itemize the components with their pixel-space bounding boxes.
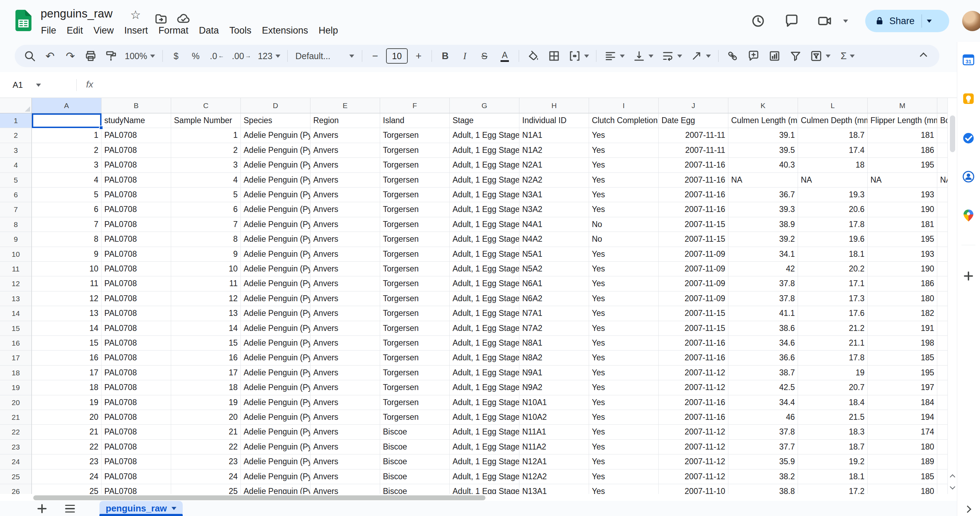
cell-H5[interactable]: N2A2 bbox=[519, 173, 589, 187]
cell-F22[interactable]: Biscoe bbox=[380, 425, 450, 440]
cell-D25[interactable]: Adelie Penguin (Pygoscelis adeliae) bbox=[241, 470, 310, 484]
cell-D14[interactable]: Adelie Penguin (Pygoscelis adeliae) bbox=[241, 306, 310, 321]
cell-A4[interactable]: 3 bbox=[32, 158, 102, 173]
cell-J9[interactable]: 2007-11-15 bbox=[659, 232, 729, 247]
cell-E14[interactable]: Anvers bbox=[310, 306, 380, 321]
cell-J8[interactable]: 2007-11-15 bbox=[659, 217, 729, 232]
cell-L24[interactable]: 19.2 bbox=[798, 454, 868, 469]
cell-J26[interactable]: 2007-11-10 bbox=[659, 484, 729, 494]
cell-J2[interactable]: 2007-11-11 bbox=[659, 128, 729, 143]
cell-D6[interactable]: Adelie Penguin (Pygoscelis adeliae) bbox=[241, 187, 310, 202]
cell-E15[interactable]: Anvers bbox=[310, 321, 380, 336]
cell-M25[interactable]: 185 bbox=[868, 470, 937, 484]
cell-I2[interactable]: Yes bbox=[589, 128, 659, 143]
cell-M10[interactable]: 193 bbox=[868, 247, 937, 262]
cell-H9[interactable]: N4A2 bbox=[519, 232, 589, 247]
cell-H10[interactable]: N5A1 bbox=[519, 247, 589, 262]
cell-B6[interactable]: PAL0708 bbox=[102, 187, 171, 202]
cell-M2[interactable]: 181 bbox=[868, 128, 937, 143]
cell-B21[interactable]: PAL0708 bbox=[102, 410, 171, 425]
sheets-logo-icon[interactable] bbox=[15, 10, 32, 31]
column-header-C[interactable]: C bbox=[171, 98, 241, 113]
cell-K18[interactable]: 38.7 bbox=[729, 365, 798, 380]
cell-L12[interactable]: 17.1 bbox=[798, 276, 868, 291]
cell-M20[interactable]: 184 bbox=[868, 395, 937, 410]
cell-M11[interactable]: 190 bbox=[868, 262, 937, 276]
cell-B23[interactable]: PAL0708 bbox=[102, 440, 171, 454]
cell-A10[interactable]: 9 bbox=[32, 247, 102, 262]
cell-D4[interactable]: Adelie Penguin (Pygoscelis adeliae) bbox=[241, 158, 310, 173]
column-header-M[interactable]: M bbox=[868, 98, 937, 113]
cell-G6[interactable]: Adult, 1 Egg Stage bbox=[450, 187, 519, 202]
search-button[interactable] bbox=[20, 47, 40, 65]
row-header-2[interactable]: 2 bbox=[0, 128, 32, 143]
cell-H8[interactable]: N4A1 bbox=[519, 217, 589, 232]
cell-A14[interactable]: 13 bbox=[32, 306, 102, 321]
cell-I8[interactable]: No bbox=[589, 217, 659, 232]
maps-icon[interactable] bbox=[962, 209, 975, 222]
decrease-font-size-button[interactable]: − bbox=[366, 47, 385, 65]
cell-B17[interactable]: PAL0708 bbox=[102, 351, 171, 365]
cell-M5[interactable]: NA bbox=[868, 173, 937, 187]
paint-format-button[interactable] bbox=[101, 47, 121, 65]
cell-K24[interactable]: 35.9 bbox=[729, 454, 798, 469]
cell-A6[interactable]: 5 bbox=[32, 187, 102, 202]
font-selector[interactable]: Default... bbox=[291, 47, 358, 65]
cell-A12[interactable]: 11 bbox=[32, 276, 102, 291]
cell-I16[interactable]: Yes bbox=[589, 336, 659, 351]
cell-N22[interactable] bbox=[937, 425, 947, 440]
column-header-D[interactable]: D bbox=[241, 98, 310, 113]
calendar-icon[interactable]: 31 bbox=[962, 53, 975, 67]
cell-I24[interactable]: Yes bbox=[589, 454, 659, 469]
cell-G23[interactable]: Adult, 1 Egg Stage bbox=[450, 440, 519, 454]
column-header-N[interactable]: N bbox=[937, 98, 947, 113]
row-header-18[interactable]: 18 bbox=[0, 365, 32, 380]
cell-D3[interactable]: Adelie Penguin (Pygoscelis adeliae) bbox=[241, 143, 310, 158]
cell-H21[interactable]: N10A2 bbox=[519, 410, 589, 425]
cell-A16[interactable]: 15 bbox=[32, 336, 102, 351]
redo-button[interactable]: ↷ bbox=[60, 47, 81, 65]
cell-E20[interactable]: Anvers bbox=[310, 395, 380, 410]
cell-M23[interactable]: 180 bbox=[868, 440, 937, 454]
cell-H13[interactable]: N6A2 bbox=[519, 291, 589, 306]
cell-L21[interactable]: 21.5 bbox=[798, 410, 868, 425]
cell-A15[interactable]: 14 bbox=[32, 321, 102, 336]
format-percent-button[interactable]: % bbox=[186, 47, 205, 65]
cell-E24[interactable]: Anvers bbox=[310, 454, 380, 469]
cell-G15[interactable]: Adult, 1 Egg Stage bbox=[450, 321, 519, 336]
cell-C2[interactable]: 1 bbox=[171, 128, 241, 143]
cell-M13[interactable]: 180 bbox=[868, 291, 937, 306]
row-header-19[interactable]: 19 bbox=[0, 380, 32, 395]
cell-B15[interactable]: PAL0708 bbox=[102, 321, 171, 336]
row-header-13[interactable]: 13 bbox=[0, 291, 32, 306]
cell-A19[interactable]: 18 bbox=[32, 380, 102, 395]
star-icon[interactable]: ☆ bbox=[130, 8, 141, 22]
cell-K10[interactable]: 34.1 bbox=[729, 247, 798, 262]
vertical-scrollbar[interactable] bbox=[947, 98, 957, 494]
cell-H15[interactable]: N7A2 bbox=[519, 321, 589, 336]
cell-F25[interactable]: Biscoe bbox=[380, 470, 450, 484]
cell-E16[interactable]: Anvers bbox=[310, 336, 380, 351]
cell-B18[interactable]: PAL0708 bbox=[102, 365, 171, 380]
cell-K12[interactable]: 37.8 bbox=[729, 276, 798, 291]
cell-L14[interactable]: 17.6 bbox=[798, 306, 868, 321]
cell-K2[interactable]: 39.1 bbox=[729, 128, 798, 143]
cell-G13[interactable]: Adult, 1 Egg Stage bbox=[450, 291, 519, 306]
cell-H11[interactable]: N5A2 bbox=[519, 262, 589, 276]
cell-M6[interactable]: 193 bbox=[868, 187, 937, 202]
fill-color-button[interactable] bbox=[523, 47, 544, 65]
column-header-G[interactable]: G bbox=[450, 98, 519, 113]
cell-K25[interactable]: 38.2 bbox=[729, 470, 798, 484]
cell-G22[interactable]: Adult, 1 Egg Stage bbox=[450, 425, 519, 440]
undo-button[interactable]: ↶ bbox=[40, 47, 60, 65]
row-header-7[interactable]: 7 bbox=[0, 202, 32, 217]
cell-B25[interactable]: PAL0708 bbox=[102, 470, 171, 484]
cell-F23[interactable]: Biscoe bbox=[380, 440, 450, 454]
cell-H4[interactable]: N2A1 bbox=[519, 158, 589, 173]
cell-A18[interactable]: 17 bbox=[32, 365, 102, 380]
cell-I25[interactable]: Yes bbox=[589, 470, 659, 484]
cell-K5[interactable]: NA bbox=[729, 173, 798, 187]
cell-H16[interactable]: N8A1 bbox=[519, 336, 589, 351]
cell-K8[interactable]: 38.9 bbox=[729, 217, 798, 232]
cell-K21[interactable]: 46 bbox=[729, 410, 798, 425]
